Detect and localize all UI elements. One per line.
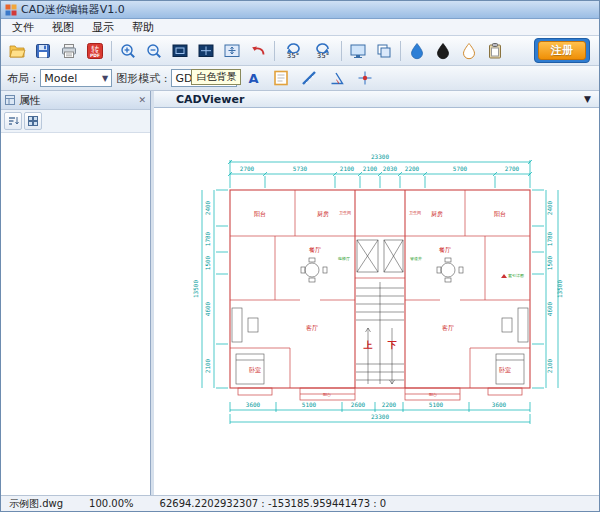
options-toolbar: 布局 : Model ▼ 图形模式 : GDI ▼ 白色背景 A (1, 66, 599, 91)
title-bar: CAD迷你编辑器V1.0 (1, 1, 599, 19)
zoom-out-button[interactable] (141, 38, 167, 64)
chevron-down-icon: ▼ (102, 74, 108, 83)
grid-icon (27, 115, 39, 127)
svg-text:2030: 2030 (383, 165, 398, 172)
svg-text:餐厅: 餐厅 (439, 246, 451, 253)
svg-text:2100: 2100 (340, 165, 355, 172)
font-a-icon: A (248, 71, 258, 86)
open-file-button[interactable] (4, 38, 30, 64)
print-button[interactable] (56, 38, 82, 64)
layout-select[interactable]: Model ▼ (40, 69, 112, 87)
svg-text:5100: 5100 (302, 401, 317, 408)
background-tooltip: 白色背景 (191, 69, 241, 85)
viewer-tabbar: CADViewer ▼ (154, 91, 599, 108)
clipboard-icon (486, 42, 504, 60)
svg-text:1780: 1780 (204, 231, 211, 246)
svg-text:卫生间: 卫生间 (339, 210, 351, 216)
zoom-extents-button[interactable] (193, 38, 219, 64)
menu-help[interactable]: 帮助 (123, 19, 163, 36)
undo-arrow-icon (249, 42, 267, 60)
copy-view-button[interactable] (371, 38, 397, 64)
svg-text:4600: 4600 (204, 301, 211, 316)
pan-view-button[interactable] (219, 38, 245, 64)
menu-display[interactable]: 显示 (83, 19, 123, 36)
previous-view-button[interactable] (245, 38, 271, 64)
open-folder-icon (8, 42, 26, 60)
svg-text:5100: 5100 (429, 401, 444, 408)
fit-window-button[interactable] (167, 38, 193, 64)
svg-text:1500: 1500 (546, 255, 553, 270)
svg-text:2200: 2200 (405, 165, 420, 172)
capture-view-button[interactable] (345, 38, 371, 64)
ruler-icon (300, 69, 318, 87)
printer-icon (60, 42, 78, 60)
svg-text:2700: 2700 (505, 165, 520, 172)
svg-text:阳台: 阳台 (429, 392, 437, 397)
menu-view[interactable]: 视图 (43, 19, 83, 36)
measure-coordinate-button[interactable] (353, 67, 377, 89)
rotate-ccw-button[interactable]: 35° (278, 38, 308, 64)
color-white-button[interactable] (456, 38, 482, 64)
svg-text:5700: 5700 (453, 165, 468, 172)
register-button[interactable]: 注册 (538, 41, 586, 60)
svg-text:管道井: 管道井 (410, 256, 422, 261)
save-button[interactable] (30, 38, 56, 64)
svg-text:23300: 23300 (371, 153, 389, 160)
monitor-icon (349, 42, 367, 60)
index-marker (501, 274, 507, 278)
svg-text:厨房: 厨房 (317, 210, 329, 217)
app-logo-icon (5, 4, 17, 16)
clipboard-button[interactable] (482, 38, 508, 64)
measure-angle-button[interactable] (325, 67, 349, 89)
svg-text:1500: 1500 (204, 255, 211, 270)
color-blue-button[interactable] (404, 38, 430, 64)
svg-text:2400: 2400 (204, 200, 211, 215)
font-style-button[interactable]: A (241, 67, 265, 89)
svg-text:下: 下 (388, 340, 398, 350)
svg-text:阳台: 阳台 (254, 210, 266, 218)
svg-text:餐厅: 餐厅 (309, 246, 321, 253)
toolbar-separator (274, 41, 275, 61)
rotate-cw-button[interactable]: 35° (308, 38, 338, 64)
svg-text:5730: 5730 (293, 165, 308, 172)
svg-text:2700: 2700 (240, 165, 255, 172)
zoom-in-button[interactable] (115, 38, 141, 64)
toolbar-separator (111, 41, 112, 61)
menu-file[interactable]: 文件 (3, 19, 43, 36)
menu-bar: 文件 视图 显示 帮助 (1, 19, 599, 36)
tab-cadviewer[interactable]: CADViewer (176, 93, 244, 106)
svg-text:1780: 1780 (546, 231, 553, 246)
page-border-button[interactable] (269, 67, 293, 89)
convert-pdf-button[interactable]: 转 PDF (82, 38, 108, 64)
svg-text:PDF: PDF (90, 53, 100, 58)
svg-text:索引详图: 索引详图 (508, 273, 524, 278)
fit-window-icon (171, 42, 189, 60)
drawing-canvas[interactable]: 23300 2700 5730 2100 (154, 108, 599, 495)
categorize-button[interactable] (24, 112, 42, 130)
color-black-button[interactable] (430, 38, 456, 64)
graphic-mode-wrap: GDI ▼ 白色背景 (171, 69, 237, 87)
toolbar-separator (400, 41, 401, 61)
graphic-mode-label: 图形模式 : (116, 71, 167, 86)
register-panel: 注册 (534, 38, 590, 63)
svg-text:客厅: 客厅 (442, 324, 454, 332)
status-zoom: 100.00% (89, 498, 134, 509)
page-border-icon (272, 69, 290, 87)
stair-core (356, 240, 404, 384)
svg-text:2100: 2100 (546, 358, 553, 373)
svg-text:2100: 2100 (204, 358, 211, 373)
status-filename: 示例图.dwg (9, 497, 63, 511)
app-window: CAD迷你编辑器V1.0 文件 视图 显示 帮助 (0, 0, 600, 512)
svg-text:2100: 2100 (363, 165, 378, 172)
svg-text:客厅: 客厅 (306, 324, 318, 332)
measure-length-button[interactable] (297, 67, 321, 89)
blue-drop-icon (408, 42, 426, 60)
close-icon[interactable]: ✕ (138, 95, 146, 105)
svg-text:卧室: 卧室 (499, 366, 511, 373)
svg-text:2200: 2200 (382, 401, 397, 408)
svg-text:电梯厅: 电梯厅 (338, 256, 350, 261)
zoom-extents-icon (197, 42, 215, 60)
chevron-down-icon[interactable]: ▼ (584, 94, 591, 104)
sort-alpha-button[interactable] (4, 112, 22, 130)
svg-text:3600: 3600 (492, 401, 507, 408)
